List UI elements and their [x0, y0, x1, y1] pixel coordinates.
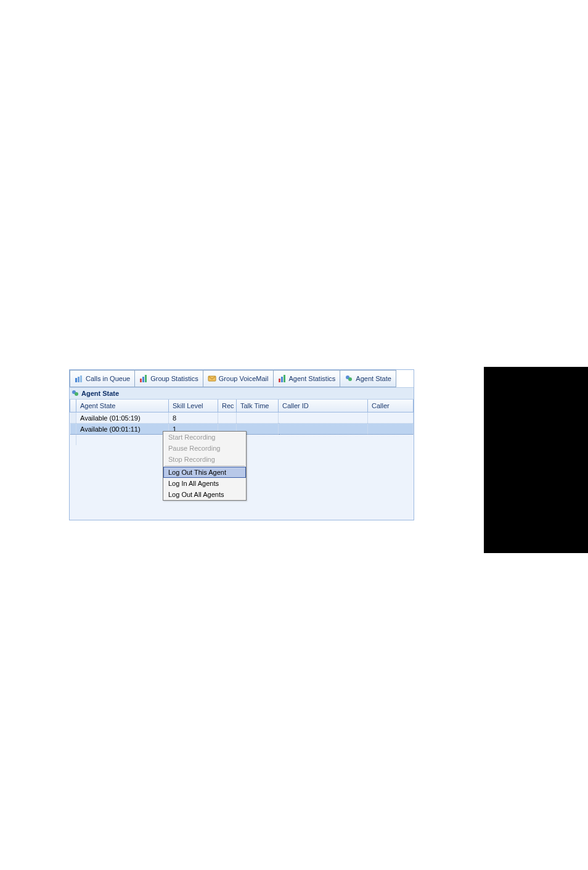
column-skill-level[interactable]: Skill Level — [169, 400, 218, 412]
menu-stop-recording[interactable]: Stop Recording — [163, 454, 246, 465]
agent-icon — [345, 374, 353, 383]
menu-start-recording[interactable]: Start Recording — [163, 432, 246, 443]
tab-label: Agent Statistics — [289, 375, 336, 382]
table-row[interactable]: Available (01:05:19) 8 — [70, 412, 414, 424]
tab-label: Agent State — [356, 375, 391, 382]
tab-bar: Calls in Queue Group Statistics Group Vo… — [70, 370, 414, 387]
svg-rect-0 — [75, 378, 77, 382]
cell-callern — [368, 412, 414, 424]
row-handle — [70, 424, 76, 435]
tab-group-voicemail[interactable]: Group VoiceMail — [203, 370, 274, 387]
tab-label: Group VoiceMail — [219, 375, 269, 382]
tab-group-statistics[interactable]: Group Statistics — [134, 370, 203, 387]
menu-log-in-all-agents[interactable]: Log In All Agents — [163, 478, 246, 489]
panel-header: Agent State — [70, 387, 414, 400]
agent-icon — [71, 389, 80, 398]
menu-separator — [165, 466, 245, 466]
tab-label: Calls in Queue — [86, 375, 130, 382]
svg-rect-8 — [281, 377, 283, 382]
svg-rect-5 — [145, 375, 147, 382]
svg-rect-3 — [140, 379, 142, 382]
voicemail-icon — [208, 374, 216, 383]
cell-skill: 8 — [169, 412, 218, 424]
svg-rect-2 — [80, 375, 82, 382]
svg-point-11 — [348, 377, 352, 381]
column-rec[interactable]: Rec — [218, 400, 237, 412]
panel-title: Agent State — [81, 390, 119, 397]
svg-rect-4 — [142, 377, 144, 382]
column-caller-last[interactable]: Caller — [368, 400, 414, 412]
svg-rect-7 — [279, 379, 280, 382]
svg-point-13 — [75, 392, 78, 396]
tab-label: Group Statistics — [150, 375, 198, 382]
menu-log-out-this-agent[interactable]: Log Out This Agent — [163, 467, 246, 478]
menu-pause-recording[interactable]: Pause Recording — [163, 443, 246, 454]
menu-log-out-all-agents[interactable]: Log Out All Agents — [163, 489, 246, 500]
queue-icon — [75, 374, 83, 383]
table-header-row: Agent State Skill Level Rec Talk Time Ca… — [70, 400, 414, 412]
tab-agent-state[interactable]: Agent State — [340, 370, 396, 387]
bar-chart-icon — [139, 374, 148, 383]
cell-state: Available (01:05:19) — [76, 412, 169, 424]
bar-chart-icon — [278, 374, 287, 383]
column-agent-state[interactable]: Agent State — [76, 400, 169, 412]
row-handle — [70, 412, 76, 424]
cell-talk — [237, 412, 279, 424]
cell-caller — [279, 424, 368, 435]
column-caller-id[interactable]: Caller ID — [279, 400, 368, 412]
svg-rect-9 — [284, 375, 285, 382]
cell-callern — [368, 424, 414, 435]
cell-caller — [279, 412, 368, 424]
column-handle[interactable] — [70, 400, 76, 412]
black-redaction-box — [484, 367, 588, 553]
cell-rec — [218, 412, 237, 424]
tab-agent-statistics[interactable]: Agent Statistics — [273, 370, 341, 387]
svg-rect-1 — [78, 377, 80, 382]
cell-state: Available (00:01:11) — [76, 424, 169, 435]
tab-calls-in-queue[interactable]: Calls in Queue — [70, 370, 135, 387]
column-talk-time[interactable]: Talk Time — [237, 400, 279, 412]
context-menu: Start Recording Pause Recording Stop Rec… — [163, 431, 247, 501]
